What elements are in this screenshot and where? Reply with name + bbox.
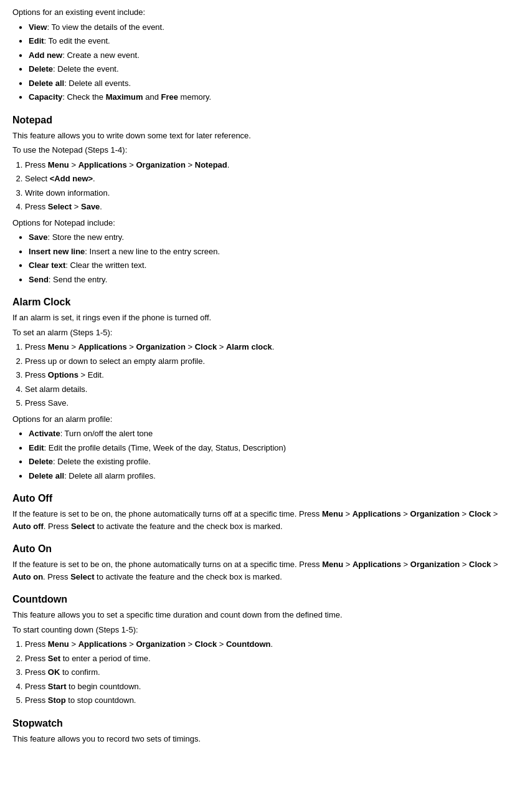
list-item: Press Stop to stop countdown. [25, 694, 518, 707]
list-item: Press Menu > Applications > Organization… [25, 159, 518, 171]
list-item: Add new: Create a new event. [19, 49, 518, 62]
option-label: Add new [29, 49, 62, 62]
list-item: Press Select > Save. [25, 201, 518, 213]
option-label: View [29, 21, 47, 34]
notepad-title: Notepad [12, 115, 518, 126]
event-options-list: View: To view the details of the event. … [19, 21, 518, 103]
countdown-section: Countdown This feature allows you to set… [12, 594, 518, 707]
countdown-title: Countdown [12, 594, 518, 605]
option-label: Delete [29, 63, 53, 75]
notepad-steps: Press Menu > Applications > Organization… [25, 159, 518, 213]
list-item: Write down information. [25, 187, 518, 199]
option-label: Capacity [29, 91, 62, 103]
notepad-section: Notepad This feature allows you to write… [12, 115, 518, 286]
stopwatch-section: Stopwatch This feature allows you to rec… [12, 718, 518, 745]
list-item: Press up or down to select an empty alar… [25, 355, 518, 368]
stopwatch-title: Stopwatch [12, 718, 518, 729]
auto-on-desc: If the feature is set to be on, the phon… [12, 558, 518, 583]
alarm-options-intro: Options for an alarm profile: [12, 413, 518, 426]
list-item: Capacity: Check the Maximum and Free mem… [19, 91, 518, 103]
alarm-clock-section: Alarm Clock If an alarm is set, it rings… [12, 297, 518, 482]
notepad-desc1: This feature allows you to write down so… [12, 130, 518, 142]
auto-off-title: Auto Off [12, 493, 518, 504]
list-item: Save: Store the new entry. [19, 231, 518, 244]
list-item: Send: Send the entry. [19, 274, 518, 286]
list-item: Activate: Turn on/off the alert tone [19, 427, 518, 440]
list-item: Press Start to begin countdown. [25, 681, 518, 693]
auto-off-section: Auto Off If the feature is set to be on,… [12, 493, 518, 532]
list-item: Press OK to confirm. [25, 666, 518, 679]
alarm-clock-steps: Press Menu > Applications > Organization… [25, 341, 518, 409]
alarm-clock-desc1: If an alarm is set, it rings even if the… [12, 312, 518, 324]
list-item: View: To view the details of the event. [19, 21, 518, 34]
list-item: Delete all: Delete all events. [19, 77, 518, 90]
list-item: Press Save. [25, 397, 518, 409]
list-item: Insert new line: Insert a new line to th… [19, 246, 518, 258]
intro-text: Options for an existing event include: [12, 6, 518, 19]
alarm-clock-title: Alarm Clock [12, 297, 518, 308]
list-item: Delete: Delete the event. [19, 63, 518, 75]
notepad-desc2: To use the Notepad (Steps 1-4): [12, 144, 518, 156]
option-desc: : To edit the event. [44, 35, 110, 47]
option-label: Delete all [29, 77, 64, 90]
list-item: Edit: Edit the profile details (Time, We… [19, 442, 518, 454]
option-desc: : Check the Maximum and Free memory. [62, 91, 211, 103]
option-desc: : Delete the event. [53, 63, 119, 75]
option-desc: : Delete all events. [64, 77, 131, 90]
alarm-options-list: Activate: Turn on/off the alert tone Edi… [19, 427, 518, 482]
countdown-steps: Press Menu > Applications > Organization… [25, 638, 518, 707]
intro-section: Options for an existing event include: V… [12, 6, 518, 103]
auto-on-title: Auto On [12, 543, 518, 555]
list-item: Press Menu > Applications > Organization… [25, 341, 518, 353]
notepad-options-list: Save: Store the new entry. Insert new li… [19, 231, 518, 285]
list-item: Delete: Delete the existing profile. [19, 456, 518, 468]
auto-on-section: Auto On If the feature is set to be on, … [12, 543, 518, 583]
list-item: Press Options > Edit. [25, 369, 518, 381]
alarm-clock-desc2: To set an alarm (Steps 1-5): [12, 327, 518, 339]
option-label: Edit [29, 35, 44, 47]
list-item: Delete all: Delete all alarm profiles. [19, 470, 518, 482]
countdown-desc2: To start counting down (Steps 1-5): [12, 624, 518, 636]
option-desc: : Create a new event. [62, 49, 140, 62]
countdown-desc1: This feature allows you to set a specifi… [12, 609, 518, 621]
stopwatch-desc: This feature allows you to record two se… [12, 733, 518, 745]
list-item: Set alarm details. [25, 383, 518, 396]
list-item: Press Menu > Applications > Organization… [25, 638, 518, 651]
option-desc: : To view the details of the event. [47, 21, 164, 34]
notepad-options-intro: Options for Notepad include: [12, 217, 518, 229]
list-item: Edit: To edit the event. [19, 35, 518, 47]
list-item: Clear text: Clear the written text. [19, 259, 518, 272]
list-item: Press Set to enter a period of time. [25, 652, 518, 665]
auto-off-desc: If the feature is set to be on, the phon… [12, 508, 518, 532]
list-item: Select <Add new>. [25, 173, 518, 185]
